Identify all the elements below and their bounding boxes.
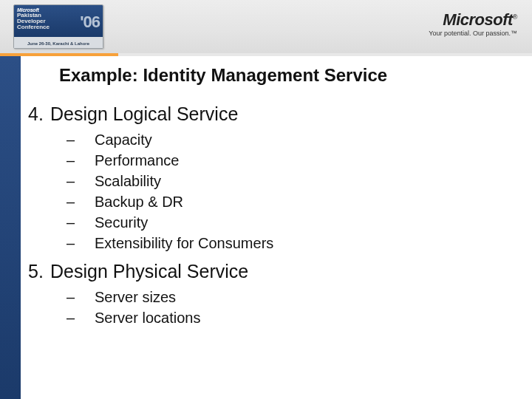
- bullet-text: Performance: [95, 152, 180, 168]
- list-item: –Security: [66, 212, 525, 233]
- bullet-text: Server locations: [95, 310, 200, 326]
- section-5: 5.Design Physical Service –Server sizes …: [28, 261, 525, 328]
- section-5-number: 5.: [28, 261, 50, 282]
- dash-icon: –: [66, 307, 95, 328]
- section-4-number: 4.: [28, 103, 50, 125]
- list-item: –Server locations: [66, 307, 525, 328]
- header-band: Microsoft Pakistan Developer Conference …: [0, 0, 532, 54]
- dash-icon: –: [66, 233, 95, 253]
- registered-icon: ®: [513, 13, 517, 21]
- dash-icon: –: [66, 171, 95, 191]
- bullet-text: Security: [95, 214, 148, 231]
- microsoft-logo-text: Microsoft: [443, 10, 513, 29]
- section-5-heading: 5.Design Physical Service: [28, 261, 525, 282]
- bullet-text: Backup & DR: [95, 194, 183, 210]
- left-accent-bar: [0, 56, 21, 399]
- list-item: –Backup & DR: [66, 191, 525, 212]
- badge-top: Microsoft Pakistan Developer Conference …: [14, 5, 103, 37]
- bullet-text: Scalability: [95, 173, 161, 189]
- list-item: –Extensibility for Consumers: [66, 233, 525, 253]
- section-5-bullets: –Server sizes –Server locations: [66, 287, 525, 328]
- list-item: –Server sizes: [66, 287, 525, 307]
- microsoft-logo-block: Microsoft® Your potential. Our passion.™: [429, 9, 517, 37]
- slide-title: Example: Identity Management Service: [59, 65, 525, 86]
- bullet-text: Extensibility for Consumers: [95, 235, 273, 251]
- list-item: –Performance: [66, 150, 525, 171]
- section-4-heading: 4.Design Logical Service: [28, 103, 525, 125]
- dash-icon: –: [66, 212, 95, 233]
- accent-stripe: [0, 53, 532, 56]
- microsoft-logo: Microsoft®: [429, 9, 517, 28]
- section-5-text: Design Physical Service: [50, 261, 248, 282]
- dash-icon: –: [66, 129, 95, 150]
- list-item: –Scalability: [66, 171, 525, 191]
- microsoft-tagline: Your potential. Our passion.™: [429, 30, 517, 37]
- section-4-text: Design Logical Service: [50, 103, 238, 124]
- bullet-text: Server sizes: [95, 289, 176, 305]
- list-item: –Capacity: [66, 129, 525, 150]
- bullet-text: Capacity: [95, 132, 152, 148]
- content-area: Example: Identity Management Service 4.D…: [27, 65, 525, 392]
- badge-dateplace: June 26-30, Karachi & Lahore: [14, 37, 103, 49]
- section-4-bullets: –Capacity –Performance –Scalability –Bac…: [66, 129, 525, 253]
- slide: Microsoft Pakistan Developer Conference …: [0, 0, 532, 399]
- conference-badge: Microsoft Pakistan Developer Conference …: [13, 4, 103, 49]
- dash-icon: –: [66, 287, 95, 307]
- badge-year: '06: [80, 13, 100, 32]
- dash-icon: –: [66, 150, 95, 171]
- dash-icon: –: [66, 191, 95, 212]
- section-4: 4.Design Logical Service –Capacity –Perf…: [28, 103, 525, 253]
